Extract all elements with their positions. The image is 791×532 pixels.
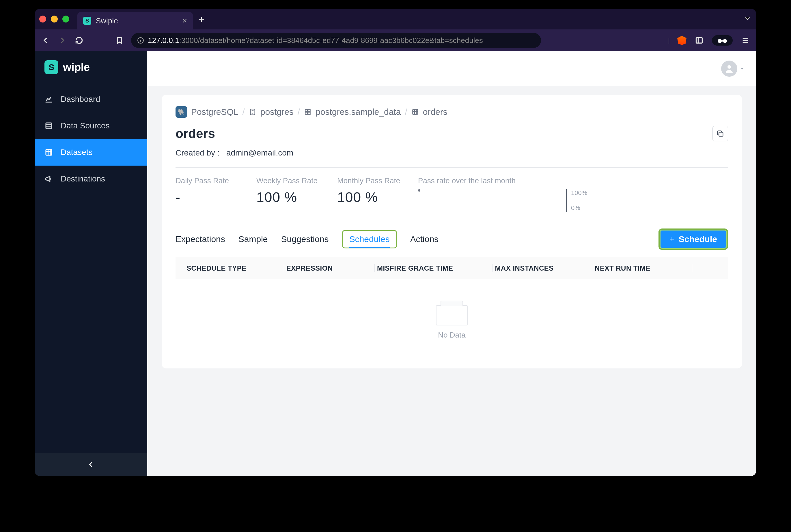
database-icon	[44, 121, 53, 130]
breadcrumb-table[interactable]: orders	[423, 107, 447, 117]
stat-monthly: Monthly Pass Rate 100 %	[337, 176, 401, 205]
sidebar-item-label: Datasets	[61, 148, 93, 157]
svg-rect-10	[308, 109, 310, 112]
address-bar[interactable]: 127.0.0.1:3000/dataset/home?dataset-id=3…	[131, 33, 541, 48]
table-icon	[44, 148, 53, 157]
page-title: orders	[176, 126, 215, 141]
topbar	[147, 51, 756, 86]
info-icon	[137, 37, 144, 44]
svg-rect-1	[696, 38, 702, 43]
chart-line-icon	[44, 95, 53, 103]
tab-title: Swiple	[96, 16, 178, 25]
chart-data-point	[418, 189, 420, 192]
th-expression[interactable]: EXPRESSION	[284, 264, 375, 272]
th-next-run[interactable]: NEXT RUN TIME	[592, 264, 692, 272]
tab-suggestions[interactable]: Suggestions	[281, 231, 329, 247]
sidebar-item-destinations[interactable]: Destinations	[35, 166, 147, 192]
breadcrumb-db[interactable]: postgres	[260, 107, 294, 117]
tab-actions[interactable]: Actions	[410, 231, 439, 247]
url-host: 127.0.0.1:3000/dataset/home?dataset-id=3…	[148, 36, 483, 45]
minimize-window-button[interactable]	[51, 16, 58, 22]
toolbar-separator: |	[668, 37, 670, 44]
tabs-dropdown-button[interactable]	[743, 14, 752, 24]
breadcrumb: 🐘 PostgreSQL / postgres / postgres.sampl…	[176, 106, 728, 118]
svg-rect-12	[308, 112, 310, 115]
empty-state: No Data	[176, 279, 728, 357]
plus-icon: +	[669, 234, 675, 244]
th-misfire[interactable]: MISFIRE GRACE TIME	[375, 264, 493, 272]
svg-rect-11	[306, 112, 308, 115]
avatar-icon	[721, 61, 737, 77]
sidebar-item-datasets[interactable]: Datasets	[35, 139, 147, 166]
app: wiple Dashboard Data Sources Datasets D	[35, 51, 756, 476]
svg-rect-9	[306, 109, 308, 112]
sidebar-item-label: Destinations	[61, 174, 105, 184]
svg-rect-6	[46, 149, 52, 155]
schedules-table: SCHEDULE TYPE EXPRESSION MISFIRE GRACE T…	[176, 257, 728, 357]
copy-icon	[716, 130, 724, 138]
brand-text: wiple	[63, 61, 90, 74]
sidebar-item-data-sources[interactable]: Data Sources	[35, 113, 147, 139]
table-icon	[411, 108, 419, 116]
dataset-card: 🐘 PostgreSQL / postgres / postgres.sampl…	[162, 95, 742, 368]
back-button[interactable]	[40, 35, 51, 45]
sidebar-toggle-button[interactable]	[694, 35, 704, 45]
sidebar-collapse-button[interactable]	[35, 453, 147, 476]
maximize-window-button[interactable]	[62, 16, 69, 22]
tab-schedules[interactable]: Schedules	[342, 230, 397, 248]
svg-rect-14	[719, 132, 723, 136]
chart-y-ticks: 100% 0%	[571, 189, 587, 212]
close-window-button[interactable]	[39, 16, 46, 22]
empty-box-icon	[436, 305, 468, 325]
megaphone-icon	[44, 174, 53, 183]
close-tab-icon[interactable]: ×	[182, 16, 187, 25]
table-header: SCHEDULE TYPE EXPRESSION MISFIRE GRACE T…	[176, 257, 728, 279]
postgres-icon: 🐘	[176, 106, 187, 118]
divider	[176, 167, 728, 168]
breadcrumb-source[interactable]: PostgreSQL	[191, 107, 238, 117]
th-actions	[692, 264, 719, 272]
chart-area	[418, 189, 563, 212]
caret-down-icon	[740, 66, 745, 71]
bookmark-button[interactable]	[114, 35, 125, 45]
breadcrumb-schema[interactable]: postgres.sample_data	[315, 107, 401, 117]
grid-icon	[304, 108, 312, 116]
new-tab-button[interactable]: +	[199, 14, 204, 25]
th-schedule-type[interactable]: SCHEDULE TYPE	[184, 264, 284, 272]
brand-logo-icon	[44, 60, 58, 74]
brand[interactable]: wiple	[35, 51, 147, 83]
sidebar-item-dashboard[interactable]: Dashboard	[35, 86, 147, 113]
brave-shields-icon[interactable]	[677, 36, 686, 45]
tab-sample[interactable]: Sample	[238, 231, 268, 247]
browser-window: Swiple × + 127.0.0.1:3000/dataset/home?d…	[35, 9, 756, 476]
copy-button[interactable]	[713, 126, 728, 141]
chevron-left-icon	[87, 461, 95, 468]
reload-button[interactable]	[74, 35, 84, 45]
add-schedule-button[interactable]: + Schedule	[659, 228, 728, 250]
private-mode-icon[interactable]	[712, 35, 733, 45]
tab-expectations[interactable]: Expectations	[176, 231, 225, 247]
svg-point-3	[723, 39, 727, 43]
svg-point-2	[718, 39, 722, 43]
user-menu[interactable]	[721, 61, 745, 77]
tab-favicon	[83, 17, 91, 25]
pass-rate-chart: Pass rate over the last month 100% 0%	[418, 176, 728, 212]
svg-rect-13	[412, 109, 418, 114]
forward-button[interactable]	[57, 35, 68, 45]
svg-rect-5	[46, 123, 52, 129]
created-by: Created by : admin@email.com	[176, 148, 728, 157]
sidebar: wiple Dashboard Data Sources Datasets D	[35, 51, 147, 476]
window-controls	[39, 16, 69, 22]
tab-bar: Swiple × +	[35, 9, 756, 30]
file-icon	[249, 108, 256, 116]
svg-rect-4	[721, 40, 723, 41]
sidebar-item-label: Data Sources	[61, 121, 110, 130]
sidebar-item-label: Dashboard	[61, 95, 100, 104]
stat-weekly: Weekly Pass Rate 100 %	[256, 176, 320, 205]
hamburger-menu-button[interactable]	[740, 35, 751, 45]
svg-point-7	[728, 65, 731, 69]
tabs: Expectations Sample Suggestions Schedule…	[176, 230, 439, 248]
th-max-instances[interactable]: MAX INSTANCES	[493, 264, 592, 272]
toolbar-right: |	[668, 35, 751, 45]
browser-tab[interactable]: Swiple ×	[77, 12, 193, 30]
